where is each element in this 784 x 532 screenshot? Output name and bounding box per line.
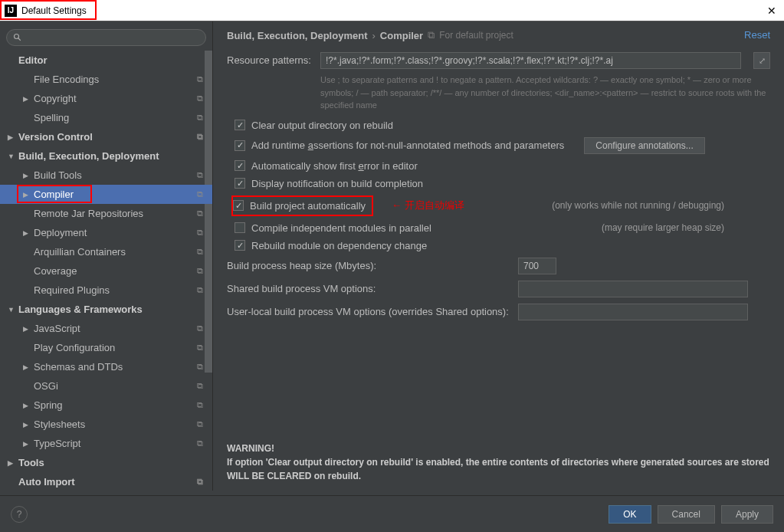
display-notification-checkbox[interactable] — [235, 178, 245, 189]
chevron-icon: ▶ — [23, 172, 34, 179]
configure-annotations-button[interactable]: Configure annotations... — [584, 137, 704, 154]
sidebar-item-build-tools[interactable]: ▶Build Tools⧉ — [0, 166, 212, 185]
copy-icon: ⧉ — [197, 285, 203, 295]
sidebar-item-arquillian-containers[interactable]: Arquillian Containers⧉ — [0, 242, 212, 261]
copy-icon: ⧉ — [197, 381, 203, 391]
compile-parallel-label: Compile independent modules in parallel — [251, 222, 431, 234]
user-vm-label: User-local build process VM options (ove… — [227, 306, 518, 317]
resource-patterns-input[interactable] — [320, 52, 741, 69]
build-auto-checkbox[interactable] — [233, 200, 244, 211]
sidebar-item-spelling[interactable]: Spelling⧉ — [0, 108, 212, 127]
warning-block: WARNING! If option 'Clear output directo… — [227, 442, 770, 483]
compile-parallel-checkbox[interactable] — [235, 222, 245, 233]
expand-icon[interactable]: ⤢ — [753, 52, 770, 69]
warning-title: WARNING! — [227, 443, 274, 454]
sidebar-item-javascript[interactable]: ▶JavaScript⧉ — [0, 319, 212, 338]
copy-icon: ⧉ — [197, 477, 203, 487]
content-panel: Build, Execution, Deployment › Compiler … — [213, 21, 784, 491]
shared-vm-input[interactable] — [518, 281, 748, 297]
settings-tree: EditorFile Encodings⧉▶Copyright⧉Spelling… — [0, 51, 212, 491]
sidebar-item-typescript[interactable]: ▶TypeScript⧉ — [0, 434, 212, 453]
shared-vm-label: Shared build process VM options: — [227, 283, 518, 294]
sidebar-item-tools[interactable]: ▶Tools — [0, 453, 212, 472]
resource-patterns-label: Resource patterns: — [227, 52, 311, 66]
sidebar-item-coverage[interactable]: Coverage⧉ — [0, 261, 212, 281]
cancel-button[interactable]: Cancel — [658, 505, 715, 524]
chevron-right-icon: › — [372, 30, 375, 41]
sidebar-item-stylesheets[interactable]: ▶Stylesheets⧉ — [0, 415, 212, 434]
sidebar-item-play-configuration[interactable]: Play Configuration⧉ — [0, 338, 212, 357]
sidebar-item-label: Spelling — [34, 112, 69, 123]
chevron-icon: ▼ — [8, 153, 18, 160]
app-icon: IJ — [5, 5, 17, 17]
window-title: Default Settings — [21, 5, 87, 16]
sidebar-item-remote-jar-repositories[interactable]: Remote Jar Repositories⧉ — [0, 204, 212, 223]
compile-parallel-note: (may require larger heap size) — [602, 222, 770, 233]
copy-icon: ⧉ — [197, 132, 203, 142]
sidebar-item-auto-import[interactable]: Auto Import⧉ — [0, 472, 212, 491]
clear-output-checkbox[interactable] — [235, 120, 245, 130]
show-first-error-checkbox[interactable] — [235, 160, 245, 171]
sidebar-item-label: Coverage — [34, 265, 77, 277]
search-input[interactable] — [6, 29, 206, 46]
copy-icon: ⧉ — [197, 228, 203, 238]
close-icon[interactable]: ✕ — [767, 5, 776, 17]
rebuild-dep-checkbox[interactable] — [235, 240, 245, 251]
sidebar-item-label: Tools — [18, 457, 44, 468]
build-auto-note: (only works while not running / debuggin… — [552, 200, 770, 211]
copy-icon: ⧉ — [197, 400, 203, 410]
sidebar-item-editor[interactable]: Editor — [0, 51, 212, 70]
sidebar-item-version-control[interactable]: ▶Version Control⧉ — [0, 127, 212, 146]
apply-button[interactable]: Apply — [721, 505, 773, 524]
sidebar-item-label: Play Configuration — [34, 342, 115, 353]
sidebar-item-spring[interactable]: ▶Spring⧉ — [0, 396, 212, 415]
chevron-icon: ▼ — [8, 306, 18, 314]
sidebar-item-compiler[interactable]: ▶Compiler⧉ — [0, 185, 212, 204]
rebuild-dep-label: Rebuild module on dependency change — [251, 240, 427, 251]
copy-icon: ⧉ — [197, 343, 203, 353]
reset-link[interactable]: Reset — [744, 29, 770, 41]
user-vm-input[interactable] — [518, 304, 748, 320]
sidebar: EditorFile Encodings⧉▶Copyright⧉Spelling… — [0, 21, 213, 491]
sidebar-item-file-encodings[interactable]: File Encodings⧉ — [0, 70, 212, 89]
sidebar-item-build-execution-deployment[interactable]: ▼Build, Execution, Deployment — [0, 146, 212, 166]
svg-point-0 — [15, 34, 19, 39]
sidebar-item-label: Copyright — [34, 93, 77, 104]
runtime-assertions-label: Add runtime assertions for not-null-anno… — [251, 140, 564, 151]
ok-button[interactable]: OK — [609, 505, 651, 524]
heap-size-label: Build process heap size (Mbytes): — [227, 260, 518, 271]
sidebar-item-osgi[interactable]: OSGi⧉ — [0, 376, 212, 396]
copy-icon: ⧉ — [197, 189, 203, 199]
sidebar-item-label: Remote Jar Repositories — [34, 208, 143, 219]
help-icon[interactable]: ? — [11, 506, 28, 523]
sidebar-item-label: Deployment — [34, 227, 87, 238]
runtime-assertions-checkbox[interactable] — [235, 140, 245, 151]
sidebar-item-required-plugins[interactable]: Required Plugins⧉ — [0, 281, 212, 300]
copy-icon: ⧉ — [197, 323, 203, 333]
sidebar-item-label: JavaScript — [34, 323, 80, 334]
sidebar-item-label: TypeScript — [34, 438, 80, 449]
breadcrumb-root[interactable]: Build, Execution, Deployment — [227, 30, 367, 41]
sidebar-item-label: Version Control — [18, 131, 93, 143]
copy-icon: ⧉ — [197, 94, 203, 103]
sidebar-item-label: Spring — [34, 399, 63, 411]
copy-icon: ⧉ — [428, 29, 435, 41]
sidebar-item-languages-frameworks[interactable]: ▼Languages & Frameworks — [0, 300, 212, 319]
copy-icon: ⧉ — [197, 266, 203, 276]
sidebar-item-label: Schemas and DTDs — [34, 361, 123, 373]
sidebar-item-schemas-and-dtds[interactable]: ▶Schemas and DTDs⧉ — [0, 357, 212, 376]
sidebar-item-label: Languages & Frameworks — [18, 304, 143, 315]
sidebar-item-deployment[interactable]: ▶Deployment⧉ — [0, 223, 212, 242]
sidebar-item-label: Required Plugins — [34, 284, 110, 296]
sidebar-item-copyright[interactable]: ▶Copyright⧉ — [0, 89, 212, 108]
copy-icon: ⧉ — [197, 170, 203, 180]
copy-icon: ⧉ — [197, 209, 203, 218]
annotation-text: ← 开启自动编译 — [392, 199, 464, 212]
heap-size-input[interactable] — [518, 258, 556, 274]
copy-icon: ⧉ — [197, 247, 203, 257]
copy-icon: ⧉ — [197, 74, 203, 84]
warning-body: If option 'Clear output directory on reb… — [227, 457, 769, 481]
chevron-icon: ▶ — [8, 133, 18, 141]
chevron-icon: ▶ — [23, 440, 34, 448]
sidebar-item-label: Build, Execution, Deployment — [18, 150, 159, 162]
